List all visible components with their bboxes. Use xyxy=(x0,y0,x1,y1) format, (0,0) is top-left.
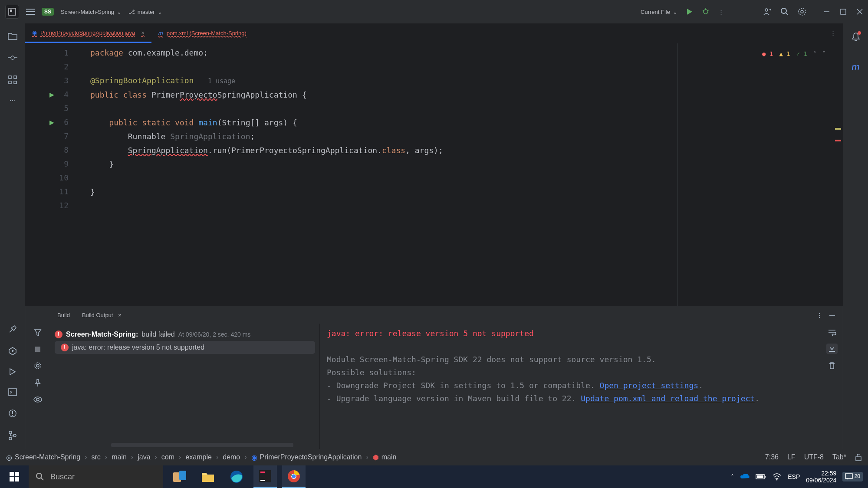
breadcrumb-item[interactable]: Screen-Match-Spring xyxy=(15,453,80,461)
inspection-badges[interactable]: ● 1 ▲ 1 ✓ 1 ˄ ˅ xyxy=(762,47,825,61)
start-button[interactable] xyxy=(0,465,29,488)
more-tools-icon[interactable]: ⋯ xyxy=(10,97,15,104)
lock-icon[interactable] xyxy=(855,453,862,461)
pin-icon[interactable] xyxy=(34,379,41,387)
code-with-me-icon[interactable] xyxy=(763,7,772,16)
action-center[interactable]: 20 xyxy=(842,472,863,481)
problems-tool-icon[interactable] xyxy=(8,409,17,418)
project-tool-icon[interactable] xyxy=(8,32,17,40)
app-icon[interactable] xyxy=(5,5,19,19)
tray-clock[interactable]: 22:59 09/06/2024 xyxy=(806,470,836,484)
main-menu-icon[interactable] xyxy=(26,8,35,15)
scroll-to-end-icon[interactable] xyxy=(826,344,838,354)
services-tool-icon[interactable] xyxy=(8,347,17,355)
settings-icon[interactable] xyxy=(798,7,806,16)
taskbar-explorer[interactable] xyxy=(196,465,220,488)
soft-wrap-icon[interactable] xyxy=(828,329,836,336)
chevron-down-icon[interactable]: ˅ xyxy=(822,47,825,61)
line-number: 9 xyxy=(25,157,69,171)
notifications-icon[interactable] xyxy=(852,32,860,42)
run-gutter-icon[interactable]: ▶ xyxy=(49,88,54,102)
run-tool-icon[interactable] xyxy=(9,368,16,375)
build-tab[interactable]: Build xyxy=(56,309,72,321)
breadcrumb-item[interactable]: com xyxy=(161,453,174,461)
taskbar-intellij[interactable] xyxy=(253,465,277,488)
terminal-tool-icon[interactable] xyxy=(8,388,17,396)
close-button[interactable] xyxy=(857,9,863,15)
battery-icon[interactable] xyxy=(756,474,766,480)
trash-icon[interactable] xyxy=(829,362,835,370)
vcs-branch[interactable]: ⎇ master ⌄ xyxy=(128,9,162,15)
indent-status[interactable]: Tab* xyxy=(832,453,846,461)
taskbar-edge[interactable] xyxy=(225,465,248,488)
svg-line-8 xyxy=(703,10,704,11)
chevron-down-icon: ⌄ xyxy=(117,9,122,15)
close-tab-icon[interactable]: × xyxy=(141,29,145,36)
build-output[interactable]: java: error: release version 5 not suppo… xyxy=(319,324,821,449)
build-output-tab[interactable]: Build Output × xyxy=(80,309,123,321)
commit-tool-icon[interactable] xyxy=(8,53,17,62)
search-icon[interactable] xyxy=(780,7,789,16)
close-tab-icon[interactable]: × xyxy=(118,312,122,318)
hide-panel-icon[interactable]: — xyxy=(829,312,835,318)
settings-icon[interactable] xyxy=(34,362,42,370)
breadcrumb-item[interactable]: main xyxy=(112,453,127,461)
nav-target-icon[interactable]: ◎ xyxy=(6,453,12,462)
eye-icon[interactable] xyxy=(33,396,42,403)
run-configuration[interactable]: Current File ⌄ xyxy=(641,9,677,15)
line-separator[interactable]: LF xyxy=(787,453,796,461)
titlebar: SS Screen-Match-Spring ⌄ ⎇ master ⌄ Curr… xyxy=(0,0,868,23)
build-error-row[interactable]: ! java: error: release version 5 not sup… xyxy=(55,341,315,354)
tray-chevron-icon[interactable]: ˄ xyxy=(731,473,734,480)
onedrive-icon[interactable] xyxy=(740,473,750,480)
scrollbar[interactable] xyxy=(111,443,293,447)
run-button[interactable] xyxy=(686,8,693,15)
structure-tool-icon[interactable] xyxy=(8,75,17,84)
keyboard-lang[interactable]: ESP xyxy=(788,473,800,480)
tab-pom-file[interactable]: m pom.xml (Screen-Match-Spring) xyxy=(151,23,253,43)
editor-body[interactable]: 1 2 3 ▶4 5 ▶6 7 8 9 10 11 12 package com… xyxy=(25,43,843,306)
stop-icon[interactable] xyxy=(35,346,41,352)
caret-position[interactable]: 7:36 xyxy=(765,453,779,461)
error-mark[interactable] xyxy=(835,140,841,141)
filter-icon[interactable] xyxy=(34,329,42,337)
panel-more-icon[interactable]: ⋮ xyxy=(817,312,822,318)
breadcrumb-item[interactable]: demo xyxy=(223,453,240,461)
chevron-up-icon[interactable]: ˄ xyxy=(813,47,816,61)
error-badge[interactable]: ● 1 xyxy=(762,47,773,61)
build-tree[interactable]: ! Screen-Match-Spring: build failed At 0… xyxy=(50,324,319,449)
minimize-button[interactable] xyxy=(824,9,830,15)
update-pom-link[interactable]: Update pom.xml and reload the project xyxy=(581,394,755,403)
ok-badge[interactable]: ✓ 1 xyxy=(796,47,807,61)
project-selector[interactable]: Screen-Match-Spring ⌄ xyxy=(61,9,122,15)
svg-rect-53 xyxy=(202,475,214,482)
tab-java-file[interactable]: ◉ PrimerProyectoSpringApplication.java × xyxy=(25,23,151,43)
warning-badge[interactable]: ▲ 1 xyxy=(779,47,790,61)
debug-button[interactable] xyxy=(702,8,710,16)
breadcrumb-item[interactable]: java xyxy=(138,453,150,461)
run-gutter-icon[interactable]: ▶ xyxy=(49,115,54,129)
file-encoding[interactable]: UTF-8 xyxy=(804,453,824,461)
build-tool-icon[interactable] xyxy=(8,325,17,334)
warning-mark[interactable] xyxy=(835,128,841,130)
build-root-name: Screen-Match-Spring: xyxy=(66,331,138,338)
vcs-tool-icon[interactable] xyxy=(9,431,16,440)
open-settings-link[interactable]: Open project settings xyxy=(600,381,699,390)
taskbar-widget[interactable] xyxy=(168,465,191,488)
navigation-bar: ◎ Screen-Match-Spring› src› main› java› … xyxy=(0,449,868,465)
svg-rect-38 xyxy=(35,347,40,352)
wifi-icon[interactable] xyxy=(772,473,782,481)
build-root-row[interactable]: ! Screen-Match-Spring: build failed At 0… xyxy=(50,328,319,341)
breadcrumb-item[interactable]: example xyxy=(185,453,211,461)
taskbar-search[interactable]: Buscar xyxy=(29,465,163,488)
tab-more-icon[interactable]: ⋮ xyxy=(830,30,836,36)
breadcrumb-item[interactable]: src xyxy=(92,453,101,461)
breadcrumb-item[interactable]: main xyxy=(381,453,397,461)
breadcrumb-item[interactable]: PrimerProyectoSpringApplication xyxy=(260,453,362,461)
error-stripe[interactable] xyxy=(833,43,843,306)
more-actions-icon[interactable]: ⋮ xyxy=(718,9,724,15)
maximize-button[interactable] xyxy=(840,9,846,15)
taskbar-chrome[interactable] xyxy=(282,465,306,488)
code-area[interactable]: package com.example.demo; @SpringBootApp… xyxy=(90,43,843,306)
build-panel-right-rail xyxy=(821,324,843,449)
